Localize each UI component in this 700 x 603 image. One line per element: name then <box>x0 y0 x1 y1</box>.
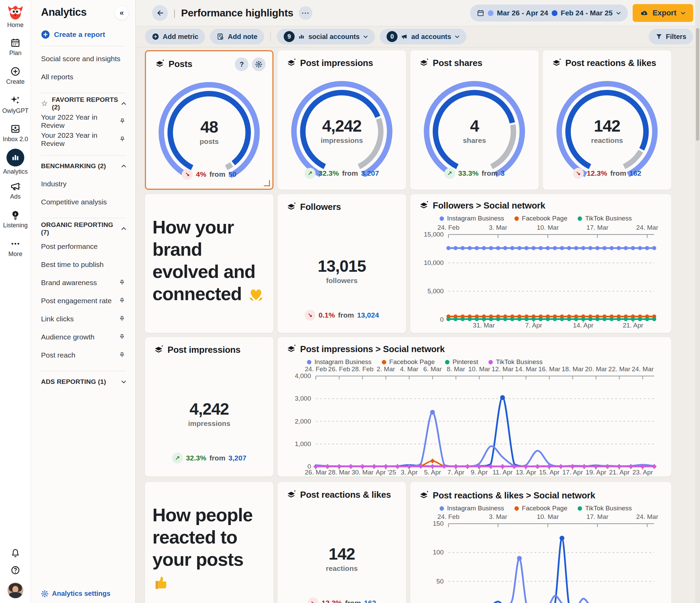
nav-item-create[interactable]: Create <box>0 62 31 90</box>
section-organic-reporting[interactable]: ORGANIC REPORTING (7) <box>31 220 135 237</box>
svg-text:9. Apr: 9. Apr <box>471 469 488 476</box>
funnel-icon <box>656 33 662 40</box>
metric-card-post-reactions[interactable]: Post reactions & likes 142 reactions ↘ 1… <box>543 50 671 190</box>
summary-card-post-impressions[interactable]: Post impressions 4,242 impressions ↗ 32.… <box>145 337 273 477</box>
export-button[interactable]: Export <box>633 4 693 22</box>
pin-icon[interactable] <box>117 134 128 145</box>
sidebar-item-report[interactable]: Audience growth <box>31 328 135 346</box>
create-report-button[interactable]: Create a report <box>41 30 135 39</box>
sidebar-item-report[interactable]: Brand awareness <box>31 273 135 292</box>
svg-text:3. Mar: 3. Mar <box>489 224 508 231</box>
pin-icon[interactable] <box>116 313 128 325</box>
svg-text:13. Apr: 13. Apr <box>516 469 537 476</box>
date-range-selector[interactable]: Mar 26 - Apr 24 Feb 24 - Mar 25 <box>470 4 628 22</box>
nav-item-plan[interactable]: Plan <box>0 33 31 62</box>
sidebar-item-report[interactable]: Post performance <box>31 237 135 255</box>
report-title: Performance highlights <box>181 7 293 19</box>
help-circle-icon[interactable]: ? <box>235 57 248 71</box>
section-benchmarking[interactable]: BENCHMARKING (2) <box>31 158 135 175</box>
user-avatar[interactable] <box>8 582 23 598</box>
analytics-settings-button[interactable]: Analytics settings <box>41 590 110 598</box>
gear-icon[interactable] <box>252 57 266 71</box>
add-note-button[interactable]: Add note <box>210 29 264 44</box>
pin-icon[interactable] <box>116 349 128 361</box>
social-accounts-selector[interactable]: 9 social accounts <box>277 29 375 44</box>
chevron-up-icon <box>121 227 126 230</box>
svg-text:0: 0 <box>440 316 444 323</box>
calendar-icon <box>10 38 21 48</box>
svg-text:21. Apr: 21. Apr <box>609 469 630 476</box>
add-metric-button[interactable]: Add metric <box>145 29 205 44</box>
chart-card-reactions-by-network[interactable]: Post reactions & likes > Social network … <box>410 482 671 603</box>
pin-icon[interactable] <box>116 331 128 343</box>
filters-button[interactable]: Filters <box>649 29 693 44</box>
collapse-sidebar-button[interactable]: « <box>115 6 129 20</box>
pin-icon[interactable] <box>116 295 128 307</box>
metric-unit: impressions <box>145 419 273 428</box>
metric-stack-icon <box>419 58 429 68</box>
sidebar-item-report[interactable]: Link clicks <box>31 310 135 328</box>
svg-text:10,000: 10,000 <box>424 259 444 266</box>
summary-card-post-reactions[interactable]: Post reactions & likes 142 reactions ↘ 1… <box>278 482 406 603</box>
chart-card-followers-by-network[interactable]: Followers > Social network Instagram Bus… <box>410 194 671 333</box>
chevron-up-icon <box>121 102 126 105</box>
notifications-bell-icon[interactable] <box>11 548 20 558</box>
nav-label: Home <box>7 22 24 29</box>
metric-delta: ↘ 12.3% from 162 <box>278 598 406 603</box>
help-icon[interactable] <box>11 565 20 575</box>
pin-icon[interactable] <box>117 116 128 127</box>
sidebar-item-report[interactable]: Post engagement rate <box>31 292 135 310</box>
metric-unit: reactions <box>543 136 671 145</box>
sidebar-item-report[interactable]: Your 2022 Year in Review <box>31 112 135 130</box>
trend-up-icon: ↗ <box>444 168 455 179</box>
metric-card-post-shares[interactable]: Post shares 4 shares ↗ 33.3% from 3 <box>410 50 539 190</box>
resize-handle[interactable] <box>264 180 270 186</box>
bar-chart-icon <box>298 33 305 40</box>
sidebar-item-report[interactable]: Industry <box>31 175 135 193</box>
pin-icon[interactable] <box>116 277 128 289</box>
nav-item-inbox[interactable]: Inbox 2.0 <box>0 119 31 148</box>
svg-text:3,000: 3,000 <box>295 395 311 402</box>
metric-unit: followers <box>278 277 406 285</box>
chart-card-impressions-by-network[interactable]: Post impressions > Social network Instag… <box>278 337 671 477</box>
chevron-up-icon <box>121 164 126 168</box>
sidebar-item-report[interactable]: Best time to publish <box>31 255 135 273</box>
svg-text:19. Apr: 19. Apr <box>586 469 607 476</box>
card-title: Post reactions & likes <box>300 490 391 500</box>
scrollbar-thumb[interactable] <box>696 28 699 141</box>
report-more-button[interactable]: ··· <box>299 6 312 20</box>
summary-card-followers[interactable]: Followers 13,015 followers ↘ 0.1% from 1… <box>278 194 406 333</box>
sidebar-item-report[interactable]: Your 2023 Year in Review <box>31 130 135 148</box>
sidebar-item-report[interactable]: Post reach <box>31 346 135 364</box>
metric-delta: ↗ 33.3% from 3 <box>410 168 539 179</box>
nav-item-more[interactable]: More <box>0 234 31 263</box>
section-ads-reporting[interactable]: ADS REPORTING (1) <box>31 373 135 390</box>
sidebar-link-all-reports[interactable]: All reports <box>31 68 135 86</box>
nav-item-home[interactable]: Home <box>0 0 31 33</box>
nav-item-listening[interactable]: Listening <box>0 205 31 234</box>
metric-stack-icon <box>286 58 296 68</box>
metric-stack-icon <box>419 491 429 500</box>
legend-dot <box>578 216 582 221</box>
svg-text:Apr '25: Apr '25 <box>376 469 396 476</box>
sidebar-link-social-score[interactable]: Social score and insights <box>31 50 135 68</box>
section-favorite-reports[interactable]: ☆ FAVORITE REPORTS (2) <box>31 95 135 112</box>
plus-circle-icon <box>152 33 159 40</box>
text-card-brand-evolved[interactable]: How your brand evolved and connected <box>145 194 273 333</box>
ad-accounts-selector[interactable]: 0 ad accounts <box>380 29 467 44</box>
nav-item-analytics[interactable]: Analytics <box>0 148 31 176</box>
metric-card-post-impressions[interactable]: Post impressions 4,242 impressions ↗ 32.… <box>278 50 406 190</box>
legend-dot <box>578 506 582 511</box>
legend-dot <box>445 360 449 364</box>
nav-label: Listening <box>3 222 28 229</box>
svg-text:16. Mar: 16. Mar <box>538 366 561 373</box>
nav-item-ads[interactable]: Ads <box>0 176 31 205</box>
metric-card-posts[interactable]: Posts ? 48 posts ↘ 4% from 50 <box>145 50 273 190</box>
sidebar-item-report[interactable]: Competitive analysis <box>31 193 135 211</box>
back-button[interactable] <box>152 5 168 21</box>
chart-legend: Instagram BusinessFacebook PagePinterest… <box>307 358 543 366</box>
nav-item-owlygpt[interactable]: OwlyGPT <box>0 90 31 119</box>
metric-delta: ↗ 32.3% from 3,207 <box>145 453 273 464</box>
text-card-people-reacted[interactable]: How people reacted to your posts <box>145 482 273 603</box>
svg-text:10. Mar: 10. Mar <box>537 513 559 520</box>
